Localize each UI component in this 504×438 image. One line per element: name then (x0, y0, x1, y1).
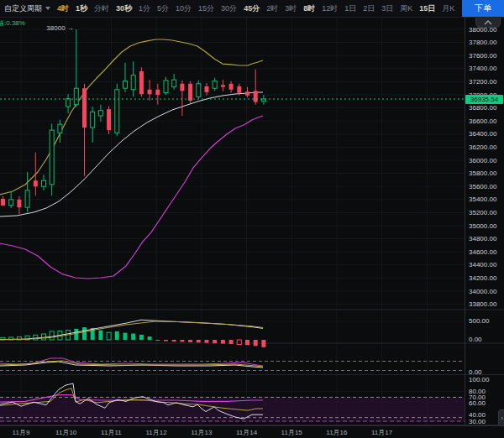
price-annotation-38000: 38000 → (32, 24, 74, 32)
price-axis-label: 36400.00 (469, 130, 496, 138)
time-axis-label: 11月12 (145, 428, 166, 437)
trading-chart-window: { "toolbar": { "items": [ {"label": "自定义… (0, 0, 504, 438)
interval-tab-2[interactable]: 1秒 (76, 3, 87, 14)
price-axis-label: 37400.00 (469, 65, 496, 72)
interval-tab-20[interactable]: 月K (442, 3, 454, 14)
interval-tab-4[interactable]: 30秒 (116, 3, 132, 14)
price-axis-label: 35400.00 (469, 196, 496, 203)
interval-tab-1[interactable]: 4时 (57, 3, 69, 14)
interval-tab-16[interactable]: 2日 (363, 3, 375, 14)
indicator-axis-label: 0.00 (469, 368, 482, 376)
chevron-down-icon (45, 7, 50, 10)
time-axis-label: 11月16 (326, 428, 347, 437)
indicator-axis-label: 100.00 (469, 376, 489, 383)
interval-tab-19[interactable]: 15日 (419, 3, 435, 14)
current-price-badge: 36935.54 (465, 95, 503, 104)
time-axis-label: 11月17 (371, 428, 392, 437)
time-axis-label: 11月15 (281, 428, 302, 437)
candlestick-chart-canvas[interactable] (0, 0, 504, 438)
interval-tab-5[interactable]: 1分 (139, 3, 150, 14)
price-axis-label: 33800.00 (469, 300, 496, 308)
toolbar-collapse-button[interactable] (475, 18, 501, 28)
price-axis-label: 35600.00 (469, 183, 496, 190)
time-axis-label: 11月14 (236, 428, 257, 437)
price-axis-label: 37200.00 (469, 78, 496, 86)
toolbar: 自定义周期4时1秒分时30秒1分5分10分15分30分45分2时3时8时12时1… (0, 0, 504, 18)
interval-tab-10[interactable]: 45分 (244, 3, 260, 14)
indicator-axis-label: 60.00 (469, 399, 486, 407)
interval-tab-3[interactable]: 分时 (94, 3, 109, 14)
price-axis-label: 36600.00 (469, 117, 496, 125)
price-axis-label: 36000.00 (469, 157, 496, 164)
place-order-button[interactable]: 下单 (462, 0, 504, 17)
price-axis-label: 34200.00 (469, 274, 496, 282)
indicator-axis-label: 500.00 (469, 317, 489, 325)
interval-tab-14[interactable]: 12时 (322, 3, 338, 14)
price-axis-label: 35800.00 (469, 169, 496, 177)
time-axis-label: 11月11 (101, 428, 122, 437)
interval-tab-8[interactable]: 15分 (198, 3, 214, 14)
interval-tab-9[interactable]: 30分 (221, 3, 237, 14)
price-axis-label: 37600.00 (469, 52, 496, 60)
price-axis-label: 35000.00 (469, 222, 496, 230)
price-axis-label: 36800.00 (469, 104, 496, 112)
interval-tab-18[interactable]: 周K (400, 3, 412, 14)
interval-tab-7[interactable]: 10分 (176, 3, 192, 14)
price-axis-label: 36200.00 (469, 143, 496, 151)
price-axis-label: 35200.00 (469, 209, 496, 216)
indicator-axis-label: 0.00 (469, 336, 482, 343)
interval-tab-0[interactable]: 自定义周期 (4, 3, 50, 14)
price-axis-label: 34600.00 (469, 248, 496, 256)
price-axis-label: 37800.00 (469, 39, 496, 46)
interval-tab-15[interactable]: 1日 (344, 3, 356, 14)
indicator-axis-label: 30.00 (469, 418, 486, 425)
price-axis-label: 34000.00 (469, 288, 496, 295)
interval-tab-6[interactable]: 5分 (157, 3, 169, 14)
price-axis-label: 34800.00 (469, 235, 496, 242)
time-axis-label: 11月10 (55, 428, 76, 437)
chevron-up-icon (484, 20, 492, 25)
time-axis-label: 11月9 (13, 428, 30, 437)
interval-tab-11[interactable]: 2时 (266, 3, 278, 14)
price-axis-separator (465, 17, 465, 425)
price-axis-label: 34400.00 (469, 261, 496, 269)
change-percent-label: 幅:0.38% (0, 18, 25, 28)
panel-expand-handle[interactable]: › (498, 409, 504, 426)
interval-tab-12[interactable]: 3时 (285, 3, 297, 14)
time-axis-separator (0, 425, 504, 426)
interval-tabs: 自定义周期4时1秒分时30秒1分5分10分15分30分45分2时3时8时12时1… (0, 3, 470, 14)
interval-tab-17[interactable]: 3日 (381, 3, 393, 14)
time-axis-label: 11月13 (191, 428, 212, 437)
interval-tab-13[interactable]: 8时 (303, 3, 315, 14)
